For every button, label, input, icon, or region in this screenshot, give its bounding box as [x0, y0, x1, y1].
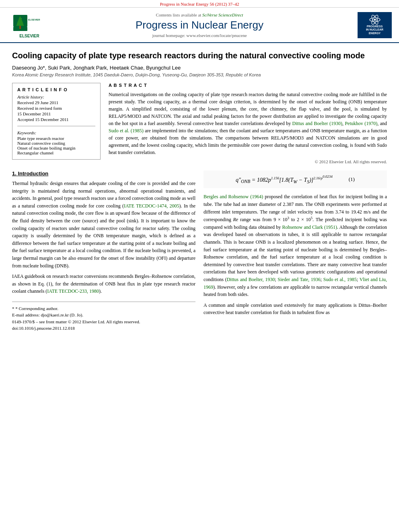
journal-title-banner: Progress in Nuclear Energy: [51, 19, 348, 31]
section-label: Introduction: [18, 170, 48, 177]
link-dittus1930[interactable]: Dittus and Boelter, 1930: [227, 277, 275, 282]
atom-icon: [369, 15, 381, 25]
kw4: Rectangular channel: [17, 150, 95, 155]
article-title: Cooling capacity of plate type research …: [12, 50, 387, 61]
banner-center: Contents lists available at SciVerse Sci…: [51, 12, 348, 38]
intro-para2: IAEA guidebook on research reactor conve…: [12, 273, 195, 295]
article-info-box: A R T I C L E I N F O Article history: R…: [12, 83, 101, 160]
info-abstract-row: A R T I C L E I N F O Article history: R…: [12, 83, 387, 164]
article-info-col: A R T I C L E I N F O Article history: R…: [12, 83, 101, 164]
equation-content: q″ONB = 1082p1.156[1.8(TW − TS)]2.16/p0.…: [236, 175, 333, 184]
copyright-line: © 2012 Elsevier Ltd. All rights reserved…: [109, 159, 387, 164]
link-bergles-rohsenow[interactable]: Bergles and Rohsenow (1964): [204, 194, 263, 199]
divider1: [17, 126, 95, 126]
abstract-col: A B S T R A C T Numerical investigations…: [109, 83, 387, 164]
link-petukhov[interactable]: Petukhov (1970): [345, 121, 377, 126]
logo-text: PROGRESSIN NUCLEARENERGY: [366, 25, 383, 35]
intro-col: 1. Introduction Thermal hydraulic design…: [12, 170, 195, 332]
footnote-star: * * Corresponding author.: [12, 305, 195, 312]
footnote-section: * * Corresponding author. E-mail address…: [12, 302, 195, 332]
right-para2: A common and simple correlation used ext…: [204, 302, 387, 316]
abstract-text: Numerical investigations on the cooling …: [109, 91, 387, 156]
journal-citation: Progress in Nuclear Energy 56 (2012) 37–…: [160, 2, 239, 6]
received-date: Received 29 June 2011: [17, 100, 95, 105]
svg-point-10: [374, 18, 376, 21]
journal-logo-box: PROGRESSIN NUCLEARENERGY: [358, 12, 392, 38]
link-rohsenow-clark[interactable]: Rohsenow and Clark (1951): [282, 224, 337, 230]
link-sudo1985[interactable]: Sudo et al., 1985: [323, 277, 357, 282]
kw2: Natural convective cooling: [17, 141, 95, 146]
main-body: 1. Introduction Thermal hydraulic design…: [12, 170, 387, 332]
keywords-label: Keywords:: [17, 130, 95, 135]
journal-citation-bar: Progress in Nuclear Energy 56 (2012) 37–…: [0, 0, 399, 8]
footnote-doi: doi:10.1016/j.pnucene.2011.12.018: [12, 325, 195, 332]
link-tecdoc233[interactable]: IATE TECDOC-233, 1980: [47, 288, 99, 294]
equation-box: q″ONB = 1082p1.156[1.8(TW − TS)]2.16/p0.…: [204, 170, 387, 188]
kw3: Onset of nucleate boiling margin: [17, 146, 95, 150]
revised-date: 15 December 2011: [17, 111, 95, 116]
intro-para1: Thermal hydraulic design ensures that ad…: [12, 180, 195, 269]
kw1: Plate type research reactor: [17, 136, 95, 141]
affiliation-line: Korea Atomic Energy Research Institute, …: [12, 72, 387, 77]
history-label: Article history:: [17, 94, 95, 99]
accepted-date: Accepted 15 December 2011: [17, 117, 95, 122]
link-dittus[interactable]: Dittus and Boelter (1930): [292, 121, 342, 126]
authors-line: Daeseong Jo*, Suki Park, Jonghark Park, …: [12, 65, 387, 71]
svg-rect-6: [19, 26, 21, 29]
journal-banner: 🌿 ELSEVIER ELSEVIER Contents lists avail…: [0, 8, 399, 43]
link-sieder[interactable]: Sieder and Tate, 1936: [278, 277, 320, 282]
elsevier-text: ELSEVIER: [19, 34, 39, 38]
section-num: 1.: [12, 170, 16, 177]
footnote-email: E-mail address: djo@kaeri.re.kr (D. Jo).: [12, 312, 195, 318]
equation-number: (1): [349, 176, 355, 183]
sciverse-line: Contents lists available at SciVerse Sci…: [51, 12, 348, 17]
journal-homepage: journal homepage: www.elsevier.com/locat…: [51, 33, 348, 38]
right-body-col: q″ONB = 1082p1.156[1.8(TW − TS)]2.16/p0.…: [204, 170, 387, 332]
right-para1: Bergles and Rohsenow (1964) proposed the…: [204, 193, 387, 298]
sciverse-link[interactable]: SciVerse ScienceDirect: [202, 12, 243, 17]
banner-right: PROGRESSIN NUCLEARENERGY: [348, 12, 392, 38]
link-tecdoc1474[interactable]: IATE TECDOC-1474, 2005: [124, 203, 179, 209]
article-info-title: A R T I C L E I N F O: [17, 87, 95, 92]
svg-text:ELSEVIER: ELSEVIER: [28, 18, 40, 21]
footnote-star-symbol: *: [12, 306, 15, 311]
intro-section-title: 1. Introduction: [12, 170, 195, 177]
article-content: Cooling capacity of plate type research …: [0, 43, 399, 340]
revised-label: Received in revised form: [17, 106, 95, 111]
abstract-title: A B S T R A C T: [109, 83, 387, 88]
elsevier-logo-area: 🌿 ELSEVIER ELSEVIER: [7, 12, 51, 38]
link-sudo[interactable]: Sudo et al. (1985): [109, 128, 144, 134]
footnote-issn: 0149-1970/$ – see front matter © 2012 El…: [12, 318, 195, 325]
elsevier-logo-svg: 🌿 ELSEVIER: [11, 12, 47, 34]
